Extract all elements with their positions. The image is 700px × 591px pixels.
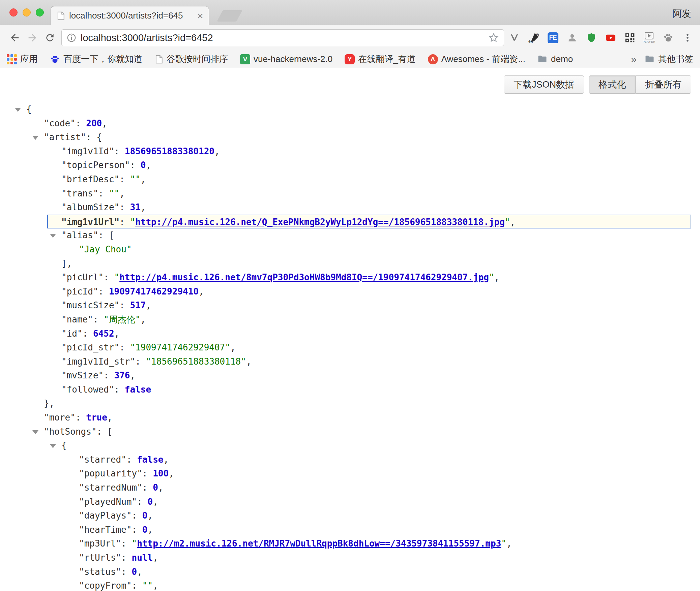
bookmark-star-icon[interactable] xyxy=(488,32,499,43)
json-token-p: : xyxy=(76,412,86,423)
json-token-p: , xyxy=(137,567,142,577)
apps-grid-dot xyxy=(10,62,13,64)
json-line: "name": "周杰伦", xyxy=(0,313,700,327)
json-token-p: , xyxy=(146,160,151,170)
json-token-p: , xyxy=(107,412,113,423)
json-token-p: : xyxy=(121,553,132,563)
reload-button[interactable] xyxy=(41,29,59,46)
collapse-toggle-icon[interactable] xyxy=(32,430,38,434)
bookmark-label: vue-hackernews-2.0 xyxy=(254,54,332,64)
apps-grid-dot xyxy=(10,54,13,57)
bookmark-apps[interactable]: 应用 xyxy=(7,53,38,65)
json-token-n: 31 xyxy=(130,202,141,212)
minimize-window-button[interactable] xyxy=(23,8,31,17)
bookmark-awesomes[interactable]: A Awesomes - 前端资... xyxy=(428,53,525,65)
json-line: { xyxy=(0,439,700,453)
json-token-p: : xyxy=(135,356,146,367)
json-token-n: 100 xyxy=(153,468,169,478)
browser-tab[interactable]: localhost:3000/artists?id=645 × xyxy=(51,6,209,25)
other-bookmarks-folder[interactable]: 其他书签 xyxy=(645,53,693,65)
download-json-button[interactable]: 下载JSON数据 xyxy=(504,75,584,94)
page-info-icon[interactable] xyxy=(66,33,77,43)
forward-button[interactable] xyxy=(24,29,41,46)
json-url-link[interactable]: http://m2.music.126.net/RMJR7wDullRqppBk… xyxy=(137,538,501,549)
collapse-all-button[interactable]: 折叠所有 xyxy=(636,75,691,94)
back-button[interactable] xyxy=(6,29,24,46)
json-token-k: "starred" xyxy=(79,455,126,465)
ying-label: 英 xyxy=(536,32,539,36)
json-line: "Jay Chou" xyxy=(0,243,700,257)
json-token-p: : xyxy=(93,314,104,324)
page-favicon-icon xyxy=(56,11,65,20)
profile-name[interactable]: 阿发 xyxy=(672,7,691,20)
json-token-p: : xyxy=(130,160,141,170)
bookmarks-overflow-chevron[interactable]: » xyxy=(631,54,637,65)
json-token-p: : xyxy=(86,132,96,142)
json-token-p: : xyxy=(98,230,109,240)
collapse-toggle-icon[interactable] xyxy=(15,108,21,112)
qr-code-icon xyxy=(624,32,635,43)
json-line: "trans": "", xyxy=(0,187,700,201)
youdao-icon: Y xyxy=(345,54,355,64)
three-dots-menu-icon xyxy=(682,33,693,43)
person-extension-icon[interactable] xyxy=(566,30,579,46)
json-token-p: , xyxy=(153,553,158,563)
v-glyph-icon xyxy=(509,33,520,43)
json-line: "picId": 19097417462929410, xyxy=(0,285,700,299)
json-token-p: : xyxy=(98,286,109,297)
json-line: "status": 0, xyxy=(0,565,700,579)
json-token-s: "周杰伦" xyxy=(104,314,140,324)
format-button[interactable]: 格式化 xyxy=(589,75,636,94)
json-token-s: "" xyxy=(130,174,141,184)
json-token-p: : xyxy=(142,483,153,493)
vue-icon: V xyxy=(240,54,250,64)
collapse-toggle-icon[interactable] xyxy=(50,234,56,238)
close-window-button[interactable] xyxy=(9,8,18,17)
json-token-n: 0 xyxy=(153,483,158,493)
paw-extension-icon[interactable] xyxy=(662,30,675,46)
new-tab-button[interactable] xyxy=(217,10,242,22)
json-token-p: , xyxy=(130,370,136,380)
bookmark-youdao[interactable]: Y 在线翻译_有道 xyxy=(345,53,415,65)
json-line: { xyxy=(0,102,700,117)
collapse-toggle-icon[interactable] xyxy=(50,444,56,448)
collapse-toggle-icon[interactable] xyxy=(32,136,38,140)
bookmark-google-sort[interactable]: 谷歌按时间排序 xyxy=(154,53,228,65)
json-token-p: : xyxy=(119,202,130,212)
json-line: ], xyxy=(0,257,700,271)
shield-extension-icon[interactable] xyxy=(585,30,598,46)
json-token-p: : xyxy=(76,118,86,128)
json-line: "playedNum": 0, xyxy=(0,495,700,509)
json-line: "id": 6452, xyxy=(0,327,700,341)
json-line: "albumSize": 31, xyxy=(0,200,700,215)
zoom-window-button[interactable] xyxy=(36,8,44,17)
bookmark-vue-hackernews[interactable]: V vue-hackernews-2.0 xyxy=(240,54,332,64)
youdao-dict-icon[interactable]: en 英 xyxy=(527,30,540,46)
tab-close-icon[interactable]: × xyxy=(197,10,203,21)
youtube-extension-icon[interactable] xyxy=(604,30,617,46)
json-token-p: { xyxy=(61,440,67,450)
address-bar[interactable]: localhost:3000/artists?id=6452 xyxy=(61,29,504,46)
json-token-k: "albumSize" xyxy=(61,202,119,212)
player-extension-icon[interactable]: PLAYER xyxy=(643,30,655,46)
v-extension-icon[interactable] xyxy=(508,30,521,46)
json-token-p: , xyxy=(246,356,252,367)
json-url-link[interactable]: http://p4.music.126.net/Q_ExePNkmgB2yWyL… xyxy=(135,217,505,227)
url-text[interactable]: localhost:3000/artists?id=6452 xyxy=(81,32,484,43)
paw-icon xyxy=(663,32,674,43)
json-url-link[interactable]: http://p4.music.126.net/8mv7qP30Pd3oHW8b… xyxy=(119,272,489,282)
browser-window: localhost:3000/artists?id=645 × 阿发 local… xyxy=(0,0,700,591)
json-token-p: , xyxy=(230,342,236,352)
browser-menu-button[interactable] xyxy=(681,30,694,46)
fe-extension-icon[interactable]: FE xyxy=(547,30,559,46)
json-token-s: " xyxy=(114,272,120,282)
bookmark-baidu[interactable]: 百度一下，你就知道 xyxy=(50,53,142,65)
json-token-k: "img1v1Id" xyxy=(61,146,114,156)
shield-icon xyxy=(586,32,597,43)
json-token-p: , xyxy=(102,118,107,128)
qr-code-extension-icon[interactable] xyxy=(623,30,636,46)
bookmark-demo-folder[interactable]: demo xyxy=(537,54,573,64)
json-token-p: , xyxy=(153,581,158,591)
json-token-p: { xyxy=(26,104,32,114)
apps-grid-dot xyxy=(10,58,13,61)
